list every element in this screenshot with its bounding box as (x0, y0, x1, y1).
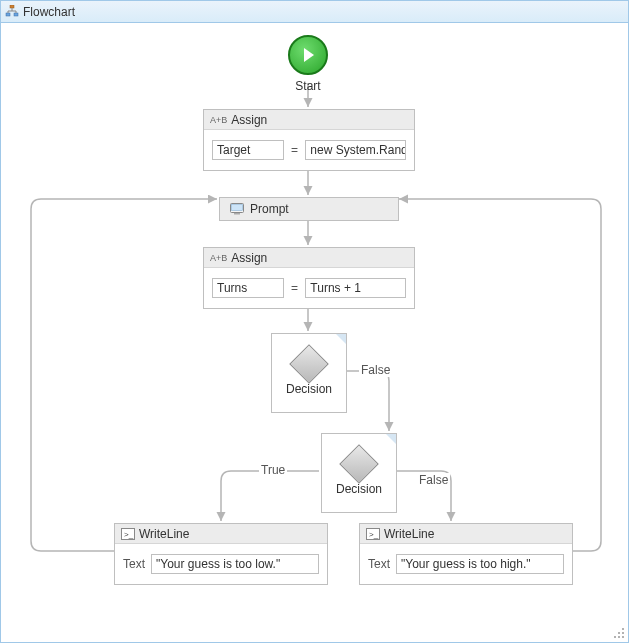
flowchart-icon (5, 5, 19, 19)
decision-label: Decision (336, 482, 382, 496)
flowchart-titlebar[interactable]: Flowchart (1, 1, 628, 23)
expand-indicator-icon (336, 334, 346, 344)
activity-header[interactable]: >_ WriteLine (360, 524, 572, 544)
writeline-icon: >_ (366, 528, 380, 540)
activity-header[interactable]: A+B Assign (204, 110, 414, 130)
start-icon (288, 35, 328, 75)
edge-label-true: True (259, 463, 287, 477)
writeline-text-field[interactable]: "Your guess is too low." (151, 554, 319, 574)
prompt-icon (230, 203, 244, 215)
svg-point-18 (618, 636, 620, 638)
assign-icon: A+B (210, 253, 227, 263)
prompt-label: Prompt (250, 202, 289, 216)
assign-turns-activity[interactable]: A+B Assign Turns = Turns + 1 (203, 247, 415, 309)
svg-point-15 (618, 632, 620, 634)
svg-text:>_: >_ (369, 530, 379, 539)
writeline-icon: >_ (121, 528, 135, 540)
expand-indicator-icon (386, 434, 396, 444)
assign-value-field[interactable]: new System.Rando (305, 140, 406, 160)
svg-point-14 (622, 628, 624, 630)
assign-to-field[interactable]: Target (212, 140, 284, 160)
svg-rect-1 (6, 13, 10, 16)
activity-header[interactable]: A+B Assign (204, 248, 414, 268)
resize-grip-icon[interactable] (613, 627, 625, 639)
activity-title: WriteLine (139, 527, 189, 541)
decision-label: Decision (286, 382, 332, 396)
text-label: Text (123, 557, 145, 571)
assign-target-activity[interactable]: A+B Assign Target = new System.Rando (203, 109, 415, 171)
edge-label-false: False (417, 473, 450, 487)
writeline-high-activity[interactable]: >_ WriteLine Text "Your guess is too hig… (359, 523, 573, 585)
decision-icon (289, 344, 329, 384)
svg-rect-9 (234, 213, 240, 215)
activity-title: Assign (231, 251, 267, 265)
edge-label-false: False (359, 363, 392, 377)
writeline-low-activity[interactable]: >_ WriteLine Text "Your guess is too low… (114, 523, 328, 585)
flowchart-title: Flowchart (23, 5, 75, 19)
svg-point-17 (614, 636, 616, 638)
activity-title: WriteLine (384, 527, 434, 541)
svg-point-16 (622, 632, 624, 634)
equals-label: = (290, 143, 300, 157)
svg-point-19 (622, 636, 624, 638)
activity-header[interactable]: >_ WriteLine (115, 524, 327, 544)
assign-value-field[interactable]: Turns + 1 (305, 278, 406, 298)
svg-rect-2 (14, 13, 18, 16)
prompt-activity[interactable]: Prompt (219, 197, 399, 221)
activity-title: Assign (231, 113, 267, 127)
assign-icon: A+B (210, 115, 227, 125)
decision-icon (339, 444, 379, 484)
start-label: Start (295, 79, 320, 93)
writeline-text-field[interactable]: "Your guess is too high." (396, 554, 564, 574)
svg-rect-0 (10, 5, 14, 8)
equals-label: = (290, 281, 300, 295)
svg-text:>_: >_ (124, 530, 134, 539)
text-label: Text (368, 557, 390, 571)
svg-rect-8 (232, 205, 243, 211)
decision-node-2[interactable]: Decision (321, 433, 397, 513)
assign-to-field[interactable]: Turns (212, 278, 284, 298)
decision-node-1[interactable]: Decision (271, 333, 347, 413)
flowchart-designer[interactable]: Flowchart (0, 0, 629, 643)
start-node[interactable]: Start (288, 35, 328, 93)
